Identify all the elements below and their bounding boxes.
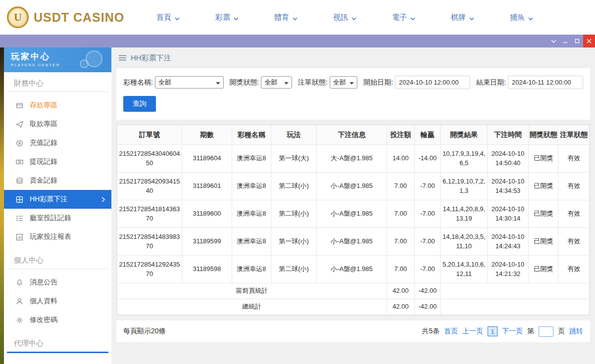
sidebar-header: 玩家中心 PLAYERS CENTER	[4, 47, 111, 72]
nav-item[interactable]: 體育	[274, 13, 298, 22]
current-page[interactable]: 1	[488, 326, 497, 336]
sidebar-item[interactable]: 廳室投註記錄	[4, 209, 111, 228]
table-cell: 小-A盤@1.985	[317, 256, 387, 283]
sidebar-item-label: 提現記錄	[30, 157, 57, 166]
chevron-down-icon	[469, 13, 474, 22]
pagination-controls: 共5条 首页 上一页 1 下一页 第 页 跳转	[422, 326, 583, 337]
lottery-icon	[16, 196, 23, 203]
table-cell: -7.00	[415, 200, 441, 228]
table-cell: 已開獎	[528, 200, 558, 228]
sidebar-item[interactable]: 修改密碼	[4, 311, 111, 329]
table-cell: 已開獎	[528, 173, 558, 200]
nav-item[interactable]: 彩票	[215, 13, 239, 22]
filter-panel: 彩種名稱: 全部 開獎狀態: 全部 注單狀態: 全部 開始	[116, 68, 590, 120]
start-date-input[interactable]	[395, 76, 470, 89]
table-cell: 7.00	[387, 200, 414, 228]
order-status-select[interactable]: 全部	[330, 76, 358, 89]
summary-winloss-total: -42.00	[415, 299, 441, 315]
table-cell: 第二球(小)	[271, 256, 317, 283]
draw-status-select[interactable]: 全部	[261, 76, 292, 89]
draw-status-filter-label: 開獎狀態:	[230, 78, 259, 87]
report-icon	[16, 233, 23, 241]
sidebar-item[interactable]: 取款專區	[4, 115, 111, 134]
recharge-icon	[16, 139, 23, 147]
column-header: 輸贏	[415, 125, 441, 145]
goto-label-prefix: 第	[527, 327, 534, 336]
summary-row: 總統計42.00-42.00	[117, 299, 590, 315]
table-cell: 2152172854209341540	[117, 173, 182, 200]
table-row: 215217285430406045031189604澳洲幸运8第一球(大)大-…	[117, 145, 590, 173]
nav-item[interactable]: 視訊	[333, 13, 356, 22]
next-page-link[interactable]: 下一页	[502, 327, 523, 336]
sidebar-item-label: 個人資料	[30, 297, 57, 306]
sidebar-section-title: 財務中心	[7, 72, 108, 92]
pagination-bar: 每頁顯示20條 共5条 首页 上一页 1 下一页 第 页 跳转	[116, 320, 590, 342]
filter-row: 彩種名稱: 全部 開獎狀態: 全部 注單狀態: 全部 開始	[123, 76, 583, 89]
nav-item[interactable]: 棋牌	[451, 13, 474, 22]
table-row: 215217285418143637031189600澳洲幸运8第二球(小)小-…	[117, 200, 590, 228]
end-date-input[interactable]	[508, 76, 583, 89]
table-cell: 有效	[558, 228, 590, 256]
summary-empty-cell	[441, 283, 590, 299]
menu-toggle-icon[interactable]	[119, 55, 126, 61]
column-header: 下注時間	[488, 125, 529, 145]
sidebar-item[interactable]: 個人資料	[4, 292, 111, 311]
column-header: 注單狀態	[558, 125, 590, 145]
table-cell: 小-A盤@1.985	[317, 228, 387, 256]
nav-item[interactable]: 捕魚	[510, 13, 533, 22]
table-cell: 有效	[558, 256, 590, 283]
sidebar-item[interactable]: 提現記錄	[4, 152, 111, 171]
table-cell: 已開獎	[528, 256, 558, 283]
end-date-label: 結束日期:	[476, 78, 506, 87]
column-header: 下注信息	[317, 125, 387, 145]
window-title-bar	[0, 35, 595, 47]
close-button[interactable]	[583, 35, 595, 47]
nav-item[interactable]: 首頁	[156, 13, 180, 22]
table-cell: 31189600	[182, 200, 232, 228]
table-row: 215217285414839837031189599澳洲幸运8第一球(小)小-…	[117, 228, 590, 256]
prev-page-link[interactable]: 上一页	[462, 327, 483, 336]
sidebar-item[interactable]: 資金記錄	[4, 171, 111, 190]
sidebar-item[interactable]: 存款專區	[4, 96, 111, 115]
chevron-down-icon	[175, 13, 180, 22]
table-cell: 澳洲幸运8	[232, 145, 271, 173]
sidebar-item-label: 存款專區	[30, 101, 57, 110]
sidebar-item[interactable]: HH彩票下注	[4, 190, 111, 209]
column-header: 開獎狀態	[528, 125, 558, 145]
chevron-right-icon	[101, 197, 105, 202]
nav-item-label: 彩票	[215, 13, 230, 22]
table-cell: 第二球(小)	[271, 200, 317, 228]
window-controls	[547, 35, 595, 47]
maximize-button[interactable]	[571, 35, 583, 47]
sidebar-item[interactable]: 消息公告	[4, 273, 111, 292]
table-cell: 有效	[558, 145, 590, 173]
sidebar-item[interactable]: 充值記錄	[4, 134, 111, 152]
table-cell: 2152172854148398370	[117, 228, 182, 256]
query-button[interactable]: 查詢	[123, 96, 156, 112]
lottery-select[interactable]: 全部	[155, 76, 224, 89]
main-content: HH彩票下注 彩種名稱: 全部 開獎狀態: 全部 注單狀態:	[111, 47, 595, 364]
chevron-down-icon	[284, 79, 289, 86]
sidebar-section-title: 個人中心	[7, 249, 108, 269]
logo[interactable]: U USDT CASINO	[7, 6, 131, 28]
total-count: 共5条	[422, 327, 440, 336]
table-cell: 第一球(小)	[271, 228, 317, 256]
page-jump-input[interactable]	[539, 326, 553, 337]
jump-link[interactable]: 跳转	[569, 327, 583, 336]
table-cell: 第一球(大)	[271, 145, 317, 173]
summary-label: 當前頁統計	[117, 283, 387, 299]
table-cell: 2024-10-10 14:34:53	[488, 173, 529, 200]
first-page-link[interactable]: 首页	[444, 327, 458, 336]
table-cell: 有效	[558, 173, 590, 200]
table-cell: 澳洲幸运8	[232, 256, 271, 283]
chevron-down-button[interactable]	[547, 35, 559, 47]
nav-item[interactable]: 電子	[392, 13, 415, 22]
funds-icon	[16, 177, 23, 184]
minimize-button[interactable]	[559, 35, 571, 47]
summary-bet-total: 42.00	[387, 299, 414, 315]
table-cell: 7.00	[387, 256, 414, 283]
sidebar-item[interactable]: 玩家投注報表	[4, 228, 111, 246]
table-cell: 5,20,14,3,10,6,12,11	[441, 256, 488, 283]
sidebar-item-label: 取款專區	[30, 120, 57, 129]
table-cell: 2024-10-10 14:21:32	[488, 256, 529, 283]
